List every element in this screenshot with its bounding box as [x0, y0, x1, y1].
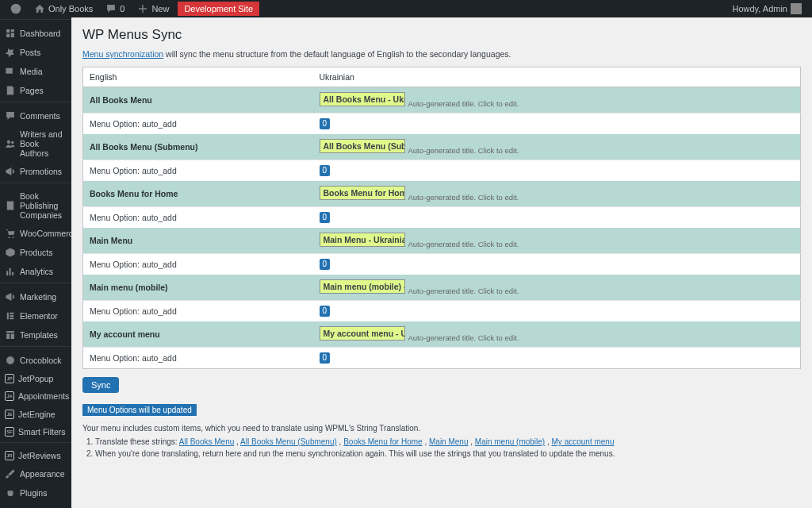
comment-icon	[105, 3, 117, 14]
menu-option-label: Menu Option: auto_add	[83, 348, 313, 369]
edit-hint: Auto-generated title. Click to edit.	[408, 333, 519, 342]
sidebar-item-label: JetEngine	[18, 410, 56, 419]
option-value-badge: 0	[320, 118, 331, 129]
menu-row: Main menu (mobile) Main menu (mobile) - …	[83, 275, 801, 301]
option-value-badge: 0	[320, 352, 331, 364]
edit-hint: Auto-generated title. Click to edit.	[408, 99, 519, 108]
translation-title-input[interactable]: My account menu - Ukrainia	[320, 326, 405, 341]
menu-option-row: Menu Option: auto_add 0	[83, 114, 801, 135]
sidebar-item-analytics[interactable]: Analytics	[0, 262, 71, 281]
string-link[interactable]: My account menu	[552, 437, 615, 446]
step-1: Translate these strings: All Books Menu …	[95, 436, 801, 448]
sidebar-item-crocoblock[interactable]: Crocoblock	[0, 351, 71, 370]
jet-icon: JA	[5, 391, 14, 401]
sidebar-item-smart-filters[interactable]: SFSmart Filters	[0, 423, 71, 441]
sidebar-item-appointments[interactable]: JAAppointments	[0, 387, 71, 405]
sidebar-item-label: Smart Filters	[18, 427, 66, 437]
sidebar-item-pages[interactable]: Pages	[0, 81, 71, 100]
sidebar-item-label: WooCommerce	[20, 229, 71, 238]
page-title: WP Menus Sync	[82, 27, 801, 43]
option-value-badge: 0	[320, 165, 331, 176]
sidebar-item-posts[interactable]: Posts	[0, 43, 71, 62]
menu-row: Books Menu for Home Books Menu for Home …	[83, 181, 801, 207]
wp-logo[interactable]	[6, 3, 25, 14]
sidebar-item-label: Writers and Book Authors	[20, 129, 67, 158]
sidebar-item-jetpopup[interactable]: JPJetPopup	[0, 370, 71, 387]
comments-link[interactable]: 0	[102, 3, 128, 14]
menu-sync-link[interactable]: Menu synchronization	[82, 49, 163, 59]
step-2: When you're done translating, return her…	[95, 448, 801, 460]
avatar	[791, 3, 802, 14]
edit-hint: Auto-generated title. Click to edit.	[408, 146, 519, 155]
sync-button[interactable]: Sync	[82, 377, 119, 393]
sidebar-item-label: JetReviews	[18, 451, 61, 460]
jet-icon: JR	[5, 451, 14, 460]
option-value-badge: 0	[320, 259, 331, 270]
sidebar-item-products[interactable]: Products	[0, 243, 71, 262]
sidebar-item-label: Media	[20, 67, 43, 76]
translation-title-input[interactable]: Main Menu - Ukrainian	[320, 233, 405, 247]
cart-icon	[5, 228, 16, 239]
sidebar-item-marketing[interactable]: Marketing	[0, 287, 71, 306]
sidebar-item-label: Appearance	[20, 469, 65, 479]
sidebar-item-label: Templates	[20, 330, 58, 340]
translation-title-input[interactable]: Books Menu for Home - Ukr	[320, 186, 405, 200]
menu-name: Books Menu for Home	[83, 181, 313, 207]
sidebar-item-woocommerce[interactable]: WooCommerce	[0, 224, 71, 243]
translation-title-input[interactable]: All Books Menu (Submenu) -	[320, 139, 405, 153]
edit-hint: Auto-generated title. Click to edit.	[408, 193, 519, 202]
sidebar-item-templates[interactable]: Templates	[0, 325, 71, 344]
admin-bar: Only Books 0 New Development Site Howdy,…	[0, 0, 812, 17]
sidebar-item-label: Appointments	[18, 391, 69, 401]
translation-title-input[interactable]: All Books Menu - Ukrainian	[320, 92, 405, 106]
option-value-badge: 0	[320, 306, 331, 317]
sidebar-item-plugins[interactable]: Plugins	[0, 483, 71, 502]
col-english: English	[83, 67, 313, 87]
pin-icon	[5, 47, 16, 58]
sidebar-item-promotions[interactable]: Promotions	[0, 162, 71, 181]
sidebar-item-snippets[interactable]: Snippets	[0, 502, 71, 508]
user-greeting[interactable]: Howdy, Admin	[729, 3, 806, 14]
update-notice: Menu Options will be updated	[82, 404, 197, 416]
sidebar-item-label: Products	[20, 248, 52, 257]
sidebar-item-dashboard[interactable]: Dashboard	[0, 24, 71, 43]
sidebar-item-elementor[interactable]: Elementor	[0, 306, 71, 325]
menu-option-label: Menu Option: auto_add	[83, 254, 313, 275]
sidebar-item-jetengine[interactable]: JEJetEngine	[0, 406, 71, 423]
building-icon	[5, 200, 16, 211]
sidebar-item-jetreviews[interactable]: JRJetReviews	[0, 447, 71, 464]
sidebar-item-media[interactable]: Media	[0, 62, 71, 81]
string-link[interactable]: All Books Menu	[179, 437, 234, 446]
string-link[interactable]: Main menu (mobile)	[475, 437, 545, 446]
sidebar-item-label: Elementor	[20, 311, 58, 321]
admin-sidebar: DashboardPostsMediaPagesCommentsWriters …	[0, 17, 71, 508]
sidebar-item-label: Book Publishing Companies	[20, 191, 67, 220]
menu-name: My account menu	[83, 321, 313, 348]
plus-icon	[137, 3, 148, 14]
menu-name: All Books Menu (Submenu)	[83, 134, 313, 160]
string-link[interactable]: Main Menu	[429, 437, 468, 446]
menu-option-row: Menu Option: auto_add 0	[83, 207, 801, 229]
chart-icon	[5, 266, 16, 277]
translation-title-input[interactable]: Main menu (mobile) - Ukrair	[320, 279, 405, 294]
menu-option-row: Menu Option: auto_add 0	[83, 254, 801, 275]
string-link[interactable]: Books Menu for Home	[343, 437, 423, 446]
menu-option-row: Menu Option: auto_add 0	[83, 160, 801, 182]
menu-option-row: Menu Option: auto_add 0	[83, 301, 801, 322]
menu-option-label: Menu Option: auto_add	[83, 114, 313, 135]
sidebar-item-label: Dashboard	[20, 29, 60, 38]
menu-option-label: Menu Option: auto_add	[83, 301, 313, 322]
jet-icon: SF	[5, 427, 14, 437]
plug-icon	[5, 487, 16, 498]
sidebar-item-label: Marketing	[20, 292, 56, 302]
jet-icon: JE	[5, 410, 14, 419]
sidebar-item-book-publishing-companies[interactable]: Book Publishing Companies	[0, 187, 71, 224]
sidebar-item-writers-and-book-authors[interactable]: Writers and Book Authors	[0, 125, 71, 162]
brush-icon	[5, 468, 16, 479]
site-name-link[interactable]: Only Books	[30, 3, 97, 14]
sidebar-item-label: Plugins	[20, 488, 47, 498]
sidebar-item-appearance[interactable]: Appearance	[0, 464, 71, 483]
new-content-link[interactable]: New	[133, 3, 173, 14]
string-link[interactable]: All Books Menu (Submenu)	[240, 437, 337, 446]
sidebar-item-comments[interactable]: Comments	[0, 106, 71, 125]
